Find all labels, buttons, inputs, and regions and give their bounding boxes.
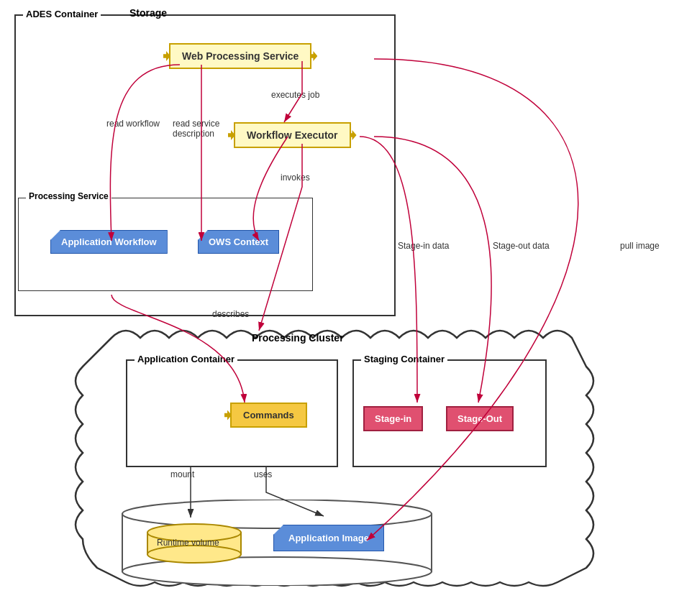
- commands-component: Commands: [230, 403, 307, 428]
- read-workflow-label: read workflow: [106, 119, 160, 129]
- app-image-component: Application Image: [273, 525, 384, 551]
- processing-service-label: Processing Service: [26, 191, 111, 201]
- stageout-label: Stage-Out: [457, 413, 502, 424]
- read-service-desc-label: read servicedescription: [173, 119, 219, 139]
- app-image-label: Application Image: [288, 533, 369, 543]
- stageout-component: Stage-Out: [446, 406, 514, 431]
- uses-label: uses: [254, 469, 272, 479]
- ows-context-label: OWS Context: [209, 236, 268, 247]
- ows-context-component: OWS Context: [198, 230, 279, 254]
- invokes-label: invokes: [281, 173, 310, 183]
- workflow-executor-component: Workflow Executor: [234, 122, 351, 148]
- app-workflow-component: Application Workflow: [50, 230, 168, 254]
- svg-point-5: [147, 546, 241, 563]
- workflow-executor-label: Workflow Executor: [247, 129, 338, 141]
- stageout-data-label: Stage-out data: [493, 241, 550, 251]
- stagein-component: Stage-in: [363, 406, 423, 431]
- ades-label: ADES Container: [23, 9, 101, 19]
- wps-component: Web Processing Service: [169, 43, 311, 69]
- stagein-data-label: Stage-in data: [398, 241, 449, 251]
- runtime-volume-label: Runtime volume: [157, 538, 219, 548]
- app-container-label: Application Container: [135, 354, 237, 364]
- stagein-label: Stage-in: [375, 413, 411, 424]
- commands-label: Commands: [243, 410, 294, 420]
- diagram: ADES Container Processing Service Web Pr…: [0, 0, 674, 616]
- mount-label: mount: [170, 469, 194, 479]
- cluster-label: Processing Cluster: [252, 332, 344, 344]
- executes-job-label: executes job: [271, 90, 319, 100]
- app-workflow-label: Application Workflow: [61, 236, 157, 247]
- describes-label: describes: [212, 309, 249, 319]
- storage-label: Storage: [129, 7, 167, 19]
- pull-image-label: pull image: [620, 241, 660, 251]
- staging-container-label: Staging Container: [361, 354, 447, 364]
- wps-label: Web Processing Service: [182, 50, 299, 62]
